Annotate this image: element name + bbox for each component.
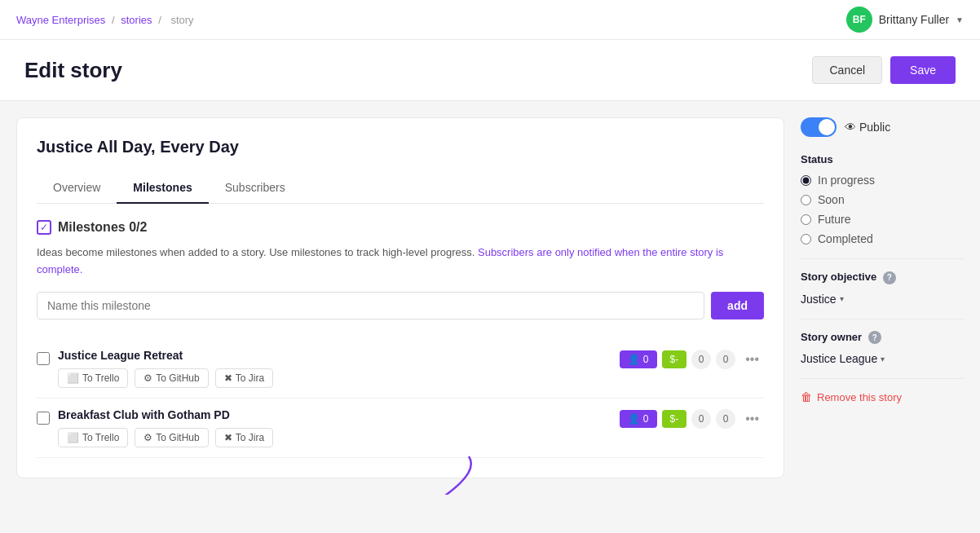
owner-dropdown[interactable]: Justice League ▾ xyxy=(801,352,964,365)
milestones-description: Ideas become milestones when added to a … xyxy=(37,244,764,279)
add-milestone-row: add xyxy=(37,292,764,319)
breadcrumb-current: story xyxy=(170,14,193,26)
milestones-section: ✓ Milestones 0/2 Ideas become milestones… xyxy=(37,220,764,458)
milestone-links-1: ⬜ To Trello ⚙ To GitHub ✖ To Jira xyxy=(58,368,611,388)
github-icon: ⚙ xyxy=(143,372,152,384)
tabs: Overview Milestones Subscribers xyxy=(37,173,764,204)
members-button-1[interactable]: 👤 0 xyxy=(620,350,657,368)
breadcrumb-section[interactable]: stories xyxy=(121,14,152,26)
top-nav: Wayne Enterprises / stories / story BF B… xyxy=(0,0,980,40)
tab-subscribers[interactable]: Subscribers xyxy=(209,173,302,204)
status-soon-radio[interactable] xyxy=(801,195,811,205)
breadcrumb-sep1: / xyxy=(112,14,115,26)
milestone-checkbox-2[interactable] xyxy=(37,412,50,425)
eye-icon: 👁 xyxy=(845,121,856,134)
milestones-header: ✓ Milestones 0/2 xyxy=(37,220,764,235)
user-menu[interactable]: BF Brittany Fuller ▼ xyxy=(846,7,964,33)
jira-link-2[interactable]: ✖ To Jira xyxy=(215,428,273,447)
members-icon: 👤 xyxy=(628,354,640,365)
cost-button-2[interactable]: $- xyxy=(662,410,687,428)
status-completed-radio[interactable] xyxy=(801,234,811,244)
milestone-item: Justice League Retreat ⬜ To Trello ⚙ To … xyxy=(37,339,764,399)
milestones-check-icon: ✓ xyxy=(37,220,51,235)
milestone-checkbox-1[interactable] xyxy=(37,352,50,365)
user-name: Brittany Fuller xyxy=(879,13,949,26)
status-completed[interactable]: Completed xyxy=(801,232,964,245)
tab-overview[interactable]: Overview xyxy=(37,173,117,204)
story-panel: Justice All Day, Every Day Overview Mile… xyxy=(16,117,784,478)
milestones-title: Milestones 0/2 xyxy=(58,220,147,235)
visibility-row: 👁 Public xyxy=(801,117,964,137)
owner-label: Story owner ? xyxy=(801,331,964,345)
members-button-2[interactable]: 👤 0 xyxy=(620,410,657,428)
trello-icon-2: ⬜ xyxy=(67,432,79,443)
page-title: Edit story xyxy=(24,58,122,83)
cost-button-1[interactable]: $- xyxy=(662,350,687,368)
public-label: 👁 Public xyxy=(845,121,890,134)
add-milestone-button[interactable]: add xyxy=(711,292,764,319)
status-section: Status In progress Soon Future Completed xyxy=(801,153,964,245)
divider-3 xyxy=(801,378,964,379)
remove-story-button[interactable]: 🗑 Remove this story xyxy=(801,390,964,403)
page-header: Edit story Cancel Save xyxy=(0,40,980,101)
milestone-item-2: Breakfast Club with Gotham PD ⬜ To Trell… xyxy=(37,399,764,458)
milestone-info-1: Justice League Retreat ⬜ To Trello ⚙ To … xyxy=(58,349,611,388)
toggle-knob xyxy=(819,119,835,135)
jira-icon: ✖ xyxy=(224,372,232,384)
milestone-actions-2: 👤 0 $- 0 0 ••• xyxy=(620,408,764,429)
trello-link-1[interactable]: ⬜ To Trello xyxy=(58,368,128,388)
status-in-progress-radio[interactable] xyxy=(801,175,811,186)
objective-caret-icon: ▾ xyxy=(840,294,844,303)
github-link-2[interactable]: ⚙ To GitHub xyxy=(135,428,208,447)
trash-icon: 🗑 xyxy=(801,390,812,403)
jira-link-1[interactable]: ✖ To Jira xyxy=(215,368,273,388)
milestone-name-2: Breakfast Club with Gotham PD xyxy=(58,408,611,421)
milestone-actions-1: 👤 0 $- 0 0 ••• xyxy=(620,349,764,370)
status-future-radio[interactable] xyxy=(801,214,811,225)
count1-badge-2: 0 xyxy=(691,409,711,429)
more-button-1[interactable]: ••• xyxy=(740,349,764,370)
owner-help-icon[interactable]: ? xyxy=(868,331,881,344)
status-future[interactable]: Future xyxy=(801,213,964,226)
objective-label: Story objective ? xyxy=(801,271,964,284)
jira-icon-2: ✖ xyxy=(224,432,232,443)
status-radio-group: In progress Soon Future Completed xyxy=(801,174,964,245)
count1-badge-1: 0 xyxy=(691,350,711,369)
owner-caret-icon: ▾ xyxy=(881,355,885,363)
milestone-info-2: Breakfast Club with Gotham PD ⬜ To Trell… xyxy=(58,408,611,447)
user-avatar: BF xyxy=(846,7,872,33)
objective-dropdown[interactable]: Justice ▾ xyxy=(801,293,964,306)
owner-section: Story owner ? Justice League ▾ xyxy=(801,331,964,366)
tab-milestones[interactable]: Milestones xyxy=(117,173,208,204)
user-menu-chevron-icon: ▼ xyxy=(956,15,964,24)
github-link-1[interactable]: ⚙ To GitHub xyxy=(135,368,208,388)
objective-help-icon[interactable]: ? xyxy=(883,271,896,284)
milestone-name-1: Justice League Retreat xyxy=(58,349,611,362)
members-icon-2: 👤 xyxy=(628,413,640,425)
right-panel: 👁 Public Status In progress Soon Future xyxy=(801,117,964,478)
status-in-progress[interactable]: In progress xyxy=(801,174,964,187)
milestone-name-input[interactable] xyxy=(37,292,704,319)
trello-icon: ⬜ xyxy=(67,372,79,384)
header-actions: Cancel Save xyxy=(812,56,956,84)
count2-badge-2: 0 xyxy=(716,409,735,429)
status-label: Status xyxy=(801,153,964,165)
breadcrumb-company[interactable]: Wayne Enterprises xyxy=(16,14,105,26)
divider-2 xyxy=(801,319,964,319)
breadcrumb: Wayne Enterprises / stories / story xyxy=(16,14,197,26)
milestone-links-2: ⬜ To Trello ⚙ To GitHub ✖ To Jira xyxy=(58,428,611,447)
save-button[interactable]: Save xyxy=(890,56,956,84)
cancel-button[interactable]: Cancel xyxy=(812,56,882,84)
trello-link-2[interactable]: ⬜ To Trello xyxy=(58,428,128,447)
github-icon-2: ⚙ xyxy=(143,432,152,443)
public-toggle[interactable] xyxy=(801,117,837,137)
count2-badge-1: 0 xyxy=(716,350,735,369)
status-soon[interactable]: Soon xyxy=(801,193,964,206)
main-content: Justice All Day, Every Day Overview Mile… xyxy=(0,101,980,495)
more-button-2[interactable]: ••• xyxy=(740,408,764,429)
divider-1 xyxy=(801,258,964,259)
story-title: Justice All Day, Every Day xyxy=(37,138,764,156)
breadcrumb-sep2: / xyxy=(158,14,161,26)
objective-section: Story objective ? Justice ▾ xyxy=(801,271,964,306)
